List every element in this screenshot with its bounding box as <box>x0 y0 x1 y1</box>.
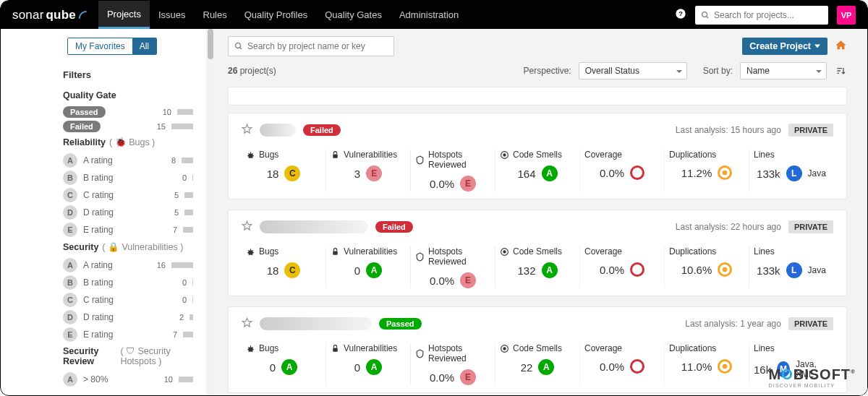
rating-badge: A <box>63 153 77 168</box>
project-card: PassedLast analysis: 1 year agoPRIVATEBu… <box>228 306 847 393</box>
facet-row[interactable]: CC rating0 <box>63 293 193 307</box>
coverage-ring-icon <box>630 359 644 374</box>
nav-rules[interactable]: Rules <box>195 1 236 29</box>
facet-row[interactable]: DD rating2 <box>63 310 193 324</box>
facet-row[interactable]: BB rating0 <box>63 171 193 185</box>
project-card: FailedLast analysis: 15 hours agoPRIVATE… <box>228 113 847 199</box>
favorite-star-icon[interactable] <box>242 317 252 330</box>
bug-icon <box>246 150 255 160</box>
facet-row[interactable]: DD rating5 <box>63 205 193 220</box>
facet-row[interactable]: EE rating7 <box>63 327 193 342</box>
project-card-peek-top <box>228 87 847 106</box>
mobisoft-logo: MOBISOFT® DISCOVER MOBILITY <box>769 366 856 388</box>
facet-bar <box>183 332 193 337</box>
project-search[interactable]: Search by project name or key <box>228 36 394 56</box>
project-name[interactable] <box>260 124 296 137</box>
project-name[interactable] <box>260 317 372 330</box>
last-analysis: Last analysis: 1 year ago <box>685 319 781 329</box>
sidebar-tab-my-favorites[interactable]: My Favorites <box>68 38 132 54</box>
facet-row[interactable]: AA rating16 <box>63 258 193 272</box>
facet-bar <box>177 109 193 115</box>
main-nav: ProjectsIssuesRulesQuality ProfilesQuali… <box>98 1 467 29</box>
lock-icon <box>331 150 340 160</box>
visibility-badge: PRIVATE <box>788 317 833 330</box>
svg-point-3 <box>236 43 241 48</box>
home-icon[interactable] <box>835 39 847 54</box>
nav-quality-profiles[interactable]: Quality Profiles <box>236 1 316 29</box>
coverage-ring-icon <box>718 359 732 374</box>
svg-point-15 <box>503 347 506 349</box>
facet-bar <box>192 280 193 285</box>
perspective-label: Perspective: <box>524 66 571 76</box>
sort-direction-icon[interactable] <box>834 64 847 77</box>
create-project-button[interactable]: Create Project <box>742 38 827 55</box>
facet-row[interactable]: EE rating7 <box>63 223 193 237</box>
facet-row[interactable]: A> 80%10 <box>63 372 193 387</box>
perspective-select[interactable]: Overall Status <box>579 62 687 79</box>
brand-a: sonar <box>12 8 44 22</box>
grade-badge: E <box>460 272 476 288</box>
rating-badge: B <box>63 275 77 290</box>
facet-bar <box>171 124 193 129</box>
facet-bar <box>184 192 193 198</box>
grade-badge: E <box>366 165 382 181</box>
favorite-star-icon[interactable] <box>242 124 252 137</box>
facet-heading[interactable]: Security Review ( 🛡 Security Hotspots ) <box>63 346 193 366</box>
svg-point-7 <box>503 153 506 155</box>
bug-icon <box>246 247 255 257</box>
rating-badge: E <box>63 327 77 342</box>
topbar: sonarqube ProjectsIssuesRulesQuality Pro… <box>1 1 867 29</box>
sidebar-scrollbar[interactable] <box>206 29 215 396</box>
rating-badge: A <box>63 258 77 272</box>
global-search[interactable]: Search for projects... <box>695 6 828 25</box>
language: Java <box>808 168 826 178</box>
grade-badge: E <box>460 176 476 191</box>
last-analysis: Last analysis: 15 hours ago <box>676 125 781 135</box>
sort-select[interactable]: Name <box>740 62 827 79</box>
rating-badge: D <box>63 205 77 220</box>
facet-row[interactable]: BB rating0 <box>63 275 193 290</box>
grade-badge: L <box>786 165 802 181</box>
nav-quality-gates[interactable]: Quality Gates <box>316 1 391 29</box>
svg-rect-9 <box>333 251 338 254</box>
grade-badge: A <box>281 359 297 375</box>
facet-row[interactable]: Failed15 <box>63 121 193 132</box>
facet-bar <box>171 262 193 268</box>
favorite-star-icon[interactable] <box>242 220 252 233</box>
facet-heading[interactable]: Security ( 🔒 Vulnerabilities ) <box>63 241 193 252</box>
nav-projects[interactable]: Projects <box>98 1 150 29</box>
target-icon <box>500 344 509 353</box>
nav-issues[interactable]: Issues <box>150 1 195 29</box>
project-name[interactable] <box>260 220 368 233</box>
user-avatar[interactable]: VP <box>837 6 856 25</box>
grade-badge: A <box>366 262 382 278</box>
project-count: 26 project(s) <box>228 66 276 76</box>
lock-icon <box>331 344 340 353</box>
quality-gate-badge: Passed <box>379 318 422 330</box>
shield-icon <box>415 252 425 262</box>
sidebar: My FavoritesAll Filters Quality GatePass… <box>1 29 206 396</box>
facet-heading[interactable]: Quality Gate <box>63 90 193 100</box>
svg-text:?: ? <box>678 10 683 17</box>
facet-heading[interactable]: Reliability ( 🐞 Bugs ) <box>63 137 193 147</box>
visibility-badge: PRIVATE <box>788 220 833 233</box>
quality-gate-badge: Failed <box>303 124 341 136</box>
last-analysis: Last analysis: 22 hours ago <box>676 222 781 232</box>
facet-row[interactable]: CC rating5 <box>63 188 193 202</box>
project-search-placeholder: Search by project name or key <box>247 41 365 51</box>
nav-administration[interactable]: Administration <box>391 1 467 29</box>
target-icon <box>500 247 509 257</box>
facet-row[interactable]: AA rating8 <box>63 153 193 168</box>
facet-row[interactable]: Passed10 <box>63 106 193 118</box>
facet-bar <box>183 227 193 233</box>
svg-point-11 <box>503 250 506 252</box>
grade-badge: C <box>284 165 300 181</box>
help-icon[interactable]: ? <box>675 8 686 22</box>
shield-icon <box>415 349 425 358</box>
grade-badge: A <box>538 359 554 375</box>
rating-badge: E <box>63 223 77 237</box>
sidebar-tab-all[interactable]: All <box>132 38 156 54</box>
brand[interactable]: sonarqube <box>12 8 88 22</box>
language: Java <box>808 265 826 275</box>
coverage-ring-icon <box>630 165 644 180</box>
